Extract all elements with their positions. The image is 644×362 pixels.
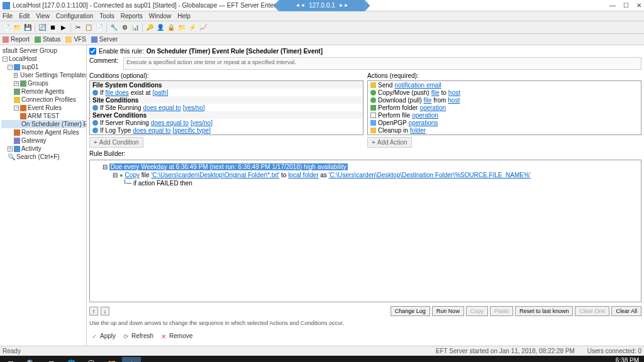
action-file-op[interactable]: Perform file operation bbox=[368, 111, 641, 119]
tree-localhost[interactable]: −LocalHost bbox=[1, 55, 85, 63]
clear-one-button[interactable]: Clear One bbox=[575, 306, 609, 316]
tree-rule-arm[interactable]: ARM TEST bbox=[1, 112, 85, 120]
rule-builder-box[interactable]: ⊟ Due every Weekday at 6:36:49 PM (next … bbox=[89, 160, 641, 302]
run-now-button[interactable]: Run Now bbox=[432, 306, 464, 316]
expand-icon[interactable]: + bbox=[8, 146, 13, 151]
apply-button[interactable]: ✓Apply bbox=[92, 332, 116, 339]
tree-remote-agents[interactable]: Remote Agents bbox=[1, 87, 85, 96]
rb-failed-line[interactable]: └─ if action FAILED then bbox=[92, 179, 638, 187]
collapse-icon[interactable]: − bbox=[8, 65, 13, 70]
tb-new-icon[interactable]: 📄 bbox=[1, 23, 11, 33]
tab-server[interactable]: Server bbox=[91, 36, 118, 43]
cond-log-location[interactable]: If Log Location does match [path] bbox=[90, 134, 363, 135]
action-folder-op[interactable]: Perform folder operation bbox=[368, 104, 641, 111]
tb-stop-icon[interactable]: ⏹ bbox=[48, 23, 58, 33]
menu-view[interactable]: View bbox=[36, 13, 50, 19]
server-icon bbox=[91, 36, 97, 43]
close-button[interactable]: ✕ bbox=[636, 2, 641, 9]
taskbar-taskview[interactable]: ▢ bbox=[42, 357, 60, 362]
arrow-left-icon[interactable]: ◄◄ bbox=[295, 3, 305, 8]
expand-icon[interactable]: + bbox=[14, 81, 19, 86]
expand-icon[interactable]: + bbox=[14, 73, 18, 78]
tree-groups[interactable]: +Groups bbox=[1, 79, 85, 87]
taskbar-edge[interactable]: 🌐 bbox=[62, 357, 80, 362]
menu-window[interactable]: Window bbox=[149, 13, 172, 19]
menu-file[interactable]: File bbox=[3, 13, 13, 19]
action-copy-move[interactable]: Copy/Move (push) file to host bbox=[368, 89, 641, 96]
tb-icon[interactable]: ⚡ bbox=[187, 23, 197, 33]
cond-site-running[interactable]: If Site Running does equal to [yes/no] bbox=[90, 104, 363, 111]
clear-all-button[interactable]: Clear All bbox=[611, 306, 641, 316]
taskbar-clock[interactable]: 6:38 PM 1/16/2018 bbox=[608, 357, 643, 362]
tree-site[interactable]: −sup01 bbox=[1, 63, 85, 71]
taskbar-eft[interactable]: ◆ bbox=[122, 357, 141, 362]
tree-event-rules[interactable]: −Event Rules bbox=[1, 104, 85, 112]
menu-edit[interactable]: Edit bbox=[19, 13, 30, 19]
tree-root[interactable]: sfault Server Group bbox=[1, 47, 85, 55]
tb-open-icon[interactable]: 📁 bbox=[12, 23, 22, 33]
menu-configuration[interactable]: Configuration bbox=[56, 13, 93, 19]
tb-icon[interactable]: 📈 bbox=[198, 23, 208, 33]
paste-button[interactable]: Paste bbox=[490, 306, 513, 316]
change-log-button[interactable]: Change Log bbox=[391, 306, 430, 316]
collapse-icon[interactable]: − bbox=[14, 106, 19, 111]
reset-button[interactable]: Reset to last known bbox=[515, 306, 574, 316]
action-openpgp[interactable]: OpenPGP operations bbox=[368, 119, 641, 126]
cond-server-running[interactable]: If Server Running does equal to [yes/no] bbox=[90, 119, 363, 126]
taskbar-ie[interactable]: ⓔ bbox=[82, 357, 101, 362]
tree-rule-scheduler[interactable]: On Scheduler (Timer) Event Rule bbox=[1, 120, 85, 128]
actions-list[interactable]: Send notification email Copy/Move (push)… bbox=[367, 80, 641, 135]
cond-file-exist[interactable]: If file does exist at [path] bbox=[90, 89, 363, 96]
tb-icon[interactable]: 📊 bbox=[130, 23, 140, 33]
enable-rule-checkbox[interactable] bbox=[89, 48, 96, 55]
conditions-list[interactable]: File System Conditions If file does exis… bbox=[89, 80, 364, 135]
rb-copy-line[interactable]: ⊟ ● Copy file 'C:\Users\carden\Desktop\O… bbox=[92, 171, 638, 179]
maximize-button[interactable]: ☐ bbox=[623, 2, 629, 9]
tb-cut-icon[interactable]: ✂ bbox=[73, 23, 83, 33]
tree-search[interactable]: 🔍Search (Ctrl+F) bbox=[1, 153, 85, 161]
start-button[interactable]: ⊞ bbox=[1, 357, 20, 362]
menu-reports[interactable]: Reports bbox=[121, 13, 143, 19]
tb-icon[interactable]: ⚙ bbox=[119, 23, 130, 33]
minimize-button[interactable]: — bbox=[609, 2, 616, 9]
tree-remote-agent-rules[interactable]: Remote Agent Rules bbox=[1, 128, 85, 136]
taskbar-explorer[interactable]: 📁 bbox=[102, 357, 121, 362]
action-download[interactable]: Download (pull) file from host bbox=[368, 96, 641, 104]
tb-icon[interactable]: 🔒 bbox=[166, 23, 176, 33]
menu-tools[interactable]: Tools bbox=[99, 13, 114, 19]
taskbar-search[interactable]: 🔍 bbox=[21, 357, 40, 362]
tab-vfs[interactable]: VFS bbox=[65, 36, 86, 43]
tb-save-icon[interactable]: 💾 bbox=[23, 23, 33, 33]
add-condition-button[interactable]: +Add Condition bbox=[89, 137, 143, 148]
move-down-button[interactable]: ↓ bbox=[101, 307, 109, 315]
tab-status[interactable]: Status bbox=[35, 36, 60, 43]
tb-icon[interactable]: 📁 bbox=[177, 23, 187, 33]
tab-report[interactable]: Report bbox=[3, 36, 30, 43]
tb-icon[interactable]: 👤 bbox=[155, 23, 165, 33]
arrow-right-icon[interactable]: ►► bbox=[339, 3, 349, 8]
menu-help[interactable]: Help bbox=[177, 13, 191, 19]
tb-icon[interactable]: 🔧 bbox=[109, 23, 119, 33]
tree-activity[interactable]: +Activity bbox=[1, 145, 85, 153]
tree-connection-profiles[interactable]: Connection Profiles bbox=[1, 96, 85, 104]
tree-user-templates[interactable]: +User Settings Templates bbox=[1, 71, 85, 79]
action-report[interactable]: Generate Report bbox=[368, 134, 641, 135]
tree-gateway[interactable]: Gateway bbox=[1, 136, 85, 145]
comment-input[interactable]: Execute a specified action one time or r… bbox=[123, 57, 641, 70]
tb-icon[interactable]: 🔑 bbox=[145, 23, 155, 33]
action-send-email[interactable]: Send notification email bbox=[368, 81, 641, 89]
move-up-button[interactable]: ↑ bbox=[89, 307, 98, 315]
tb-paste-icon[interactable]: 📄 bbox=[94, 23, 104, 33]
tb-copy-icon[interactable]: 📋 bbox=[84, 23, 94, 33]
copy-button[interactable]: Copy bbox=[466, 306, 488, 316]
add-action-button[interactable]: +Add Action bbox=[367, 137, 412, 148]
tb-refresh-icon[interactable]: 🔄 bbox=[37, 23, 47, 33]
tb-play-icon[interactable]: ▶ bbox=[58, 23, 69, 33]
cond-log-type[interactable]: If Log Type does equal to [specific type… bbox=[90, 126, 363, 134]
action-cleanup[interactable]: Cleanup in folder bbox=[368, 126, 641, 134]
actions-panel: Actions (required): Send notification em… bbox=[367, 72, 641, 148]
collapse-icon[interactable]: − bbox=[3, 57, 8, 62]
remove-button[interactable]: ✕Remove bbox=[161, 332, 192, 339]
refresh-button[interactable]: ⟳Refresh bbox=[123, 332, 153, 339]
rb-schedule-line[interactable]: ⊟ Due every Weekday at 6:36:49 PM (next … bbox=[92, 163, 638, 171]
